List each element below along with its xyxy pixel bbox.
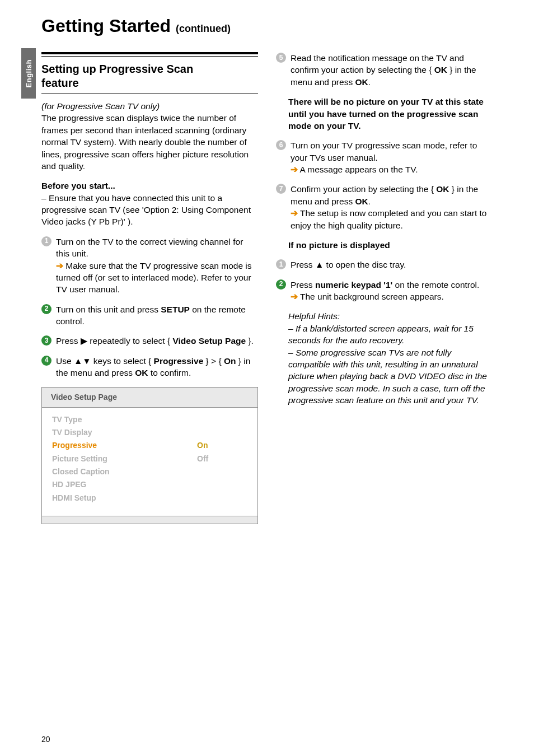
menu-item-value: Off [197,452,247,465]
menu-item-value-active: On [197,439,247,452]
intro-paragraph: (for Progressive Scan TV only) The progr… [41,100,258,172]
section-heading-line2: feature [41,77,79,89]
menu-row: HD JPEG [52,478,247,491]
np-step-2-text-c: on the remote control. [392,280,479,290]
before-body: – Ensure that you have connected this un… [41,193,251,227]
step-4-body: Use ▲▼ keys to select { Progressive } > … [56,355,258,379]
step-3-text-d: }. [246,336,254,346]
before-heading: Before you start... [41,181,115,190]
step-2-body: Turn on this unit and press SETUP on the… [56,304,258,328]
np-step-1-text-b: to open the disc tray. [324,260,406,269]
menu-item-label: TV Type [52,413,197,426]
hints-2: – Some progressive scan TVs are not full… [288,348,487,405]
step-1-text-b: Make sure that the TV progressive scan m… [56,261,252,295]
menu-row: TV Display [52,426,247,439]
intro-rest: The progressive scan displays twice the … [41,113,249,171]
hints-1: – If a blank/distorted screen appears, w… [288,324,474,345]
step-4-progressive: Progressive [154,356,204,366]
np-step-2-text-a: Press [291,280,315,290]
np-step-2-number-icon: 2 [276,279,286,290]
section-heading-line1: Setting up Progressive Scan [41,63,193,75]
menu-item-value [197,492,247,505]
no-picture-heading: If no picture is displayed [276,239,493,251]
menu-item-label: Picture Setting [52,452,197,465]
arrow-icon: ➔ [291,292,298,301]
columns: Setting up Progressive Scan feature (for… [41,52,493,524]
np-step-1: 1 Press ▲ to open the disc tray. [276,259,493,270]
right-column: 5 Read the notification message on the T… [276,52,493,524]
step-3-video: Video Setup Page [172,336,246,346]
menu-item-label: HDMI Setup [52,492,197,505]
menu-row: HDMI Setup [52,492,247,505]
np-step-2: 2 Press numeric keypad '1' on the remote… [276,279,493,303]
menu-row: Picture SettingOff [52,452,247,465]
arrow-icon: ➔ [291,208,298,218]
eject-icon: ▲ [315,260,324,269]
step-5: 5 Read the notification message on the T… [276,52,493,88]
menu-body: TV Type TV Display ProgressiveOn Picture… [42,408,257,516]
title-main: Getting Started [41,16,171,36]
step-4: 4 Use ▲▼ keys to select { Progressive } … [41,355,258,379]
intro-italic: (for Progressive Scan TV only) [41,101,160,111]
step-2-number-icon: 2 [41,304,51,314]
page: English Getting Started (continued) Sett… [0,0,534,756]
step-6-text-b: A message appears on the TV. [298,165,418,174]
menu-row: TV Type [52,413,247,426]
menu-footer [42,516,257,524]
step-7: 7 Confirm your action by selecting the {… [276,183,493,231]
step-5-text-e: . [368,77,371,87]
step-3-text-a: Press [56,336,81,346]
step-7-number-icon: 7 [276,184,286,194]
step-4-text-b: keys to select { [91,356,154,366]
step-6-body: Turn on your TV progressive scan mode, r… [291,139,493,175]
menu-item-label-active: Progressive [52,439,197,452]
section-heading: Setting up Progressive Scan feature [41,62,258,90]
step-6: 6 Turn on your TV progressive scan mode,… [276,139,493,175]
left-column: Setting up Progressive Scan feature (for… [41,52,258,524]
step-5-body: Read the notification message on the TV … [291,52,493,88]
step-2-text-a: Turn on this unit and press [56,305,161,314]
video-setup-menu: Video Setup Page TV Type TV Display Prog… [41,387,258,525]
menu-header: Video Setup Page [42,388,257,408]
np-step-2-body: Press numeric keypad '1' on the remote c… [291,279,493,303]
np-step-2-keypad: numeric keypad '1' [315,280,392,290]
step-5-number-icon: 5 [276,53,286,63]
step-4-number-icon: 4 [41,356,51,366]
step-1: 1 Turn on the TV to the correct viewing … [41,236,258,296]
step-7-text-f: The setup is now completed and you can s… [291,208,486,230]
step-1-number-icon: 1 [41,236,51,246]
helpful-hints: Helpful Hints: – If a blank/distorted sc… [276,310,493,406]
step-7-body: Confirm your action by selecting the { O… [291,183,493,231]
arrow-icon: ➔ [56,261,63,270]
warning-text: There will be no picture on your TV at t… [276,96,493,132]
step-4-text-h: to confirm. [148,368,191,377]
up-down-icon: ▲▼ [74,356,91,366]
step-3-number-icon: 3 [41,335,51,346]
menu-item-value [197,413,247,426]
step-1-text-a: Turn on the TV to the correct viewing ch… [56,237,243,258]
step-3-body: Press ▶ repeatedly to select { Video Set… [56,335,258,347]
np-step-1-text-a: Press [291,260,315,269]
np-step-2-text-d: The unit background screen appears. [298,292,444,301]
arrow-icon: ➔ [291,165,298,174]
page-number: 20 [41,735,50,744]
menu-row: ProgressiveOn [52,439,247,452]
step-4-text-a: Use [56,356,74,366]
menu-row: Closed Caption [52,465,247,478]
step-3-text-b: repeatedly to select { [87,336,173,346]
step-7-text-a: Confirm your action by selecting the { [291,184,436,194]
menu-item-value [197,465,247,478]
step-7-text-e: . [368,197,371,206]
step-4-on: On [224,356,236,366]
step-3: 3 Press ▶ repeatedly to select { Video S… [41,335,258,347]
menu-item-label: HD JPEG [52,478,197,491]
step-5-ok2: OK [355,77,368,87]
language-tab: English [21,48,36,99]
play-right-icon: ▶ [81,336,87,346]
step-5-ok1: OK [434,65,447,74]
menu-item-value [197,426,247,439]
before-block: Before you start... – Ensure that you ha… [41,180,258,228]
step-1-body: Turn on the TV to the correct viewing ch… [56,236,258,296]
page-title: Getting Started (continued) [41,16,493,36]
np-step-1-number-icon: 1 [276,259,286,269]
